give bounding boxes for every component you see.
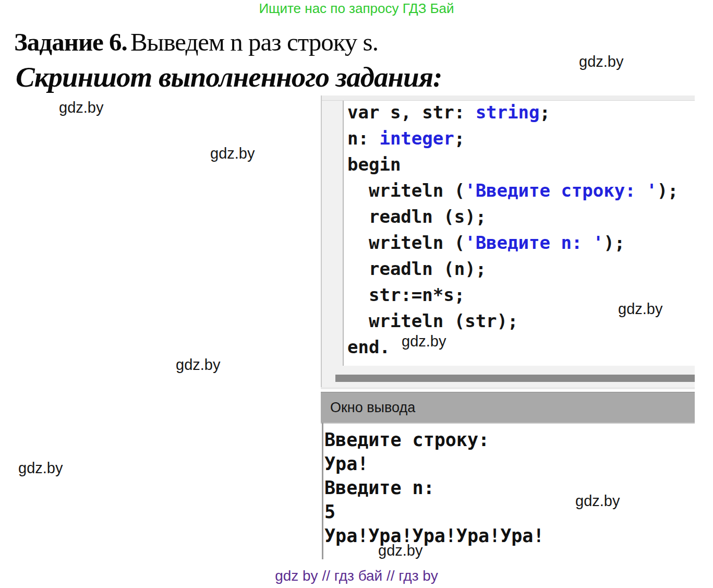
watermark-gdzby: gdz.by xyxy=(18,460,63,477)
code-text: var s, str: string;n: integer;begin writ… xyxy=(347,99,679,360)
task-number: Задание 6. xyxy=(14,28,127,56)
code-line: end. xyxy=(347,334,679,360)
code-editor-window: var s, str: string;n: integer;begin writ… xyxy=(321,95,695,389)
watermark-gdzby: gdz.by xyxy=(210,145,255,162)
code-line: n: integer; xyxy=(347,125,679,151)
code-line: begin xyxy=(347,151,679,177)
watermark-gdzby: gdz.by xyxy=(402,333,446,350)
output-console: Введите строку:Ура!Введите n:5Ура!Ура!Ур… xyxy=(321,423,713,561)
task-title-text: Выведем n раз строку s. xyxy=(130,28,378,56)
site-search-hint: Ищите нас по запросу ГДЗ Бай xyxy=(0,1,713,17)
watermark-gdzby: gdz.by xyxy=(176,356,220,374)
footer-links: gdz by // гдз бай // гдз by xyxy=(0,568,713,584)
watermark-gdzby: gdz.by xyxy=(575,493,620,510)
horizontal-scrollbar[interactable] xyxy=(322,366,695,387)
console-left-border xyxy=(322,423,323,559)
scrollbar-thumb[interactable] xyxy=(335,375,695,382)
watermark-gdzby: gdz.by xyxy=(579,53,623,70)
output-window-title: Окно вывода xyxy=(330,400,415,416)
watermark-gdzby: gdz.by xyxy=(59,99,103,116)
code-line: readln (n); xyxy=(347,256,679,282)
watermark-gdzby: gdz.by xyxy=(378,542,422,559)
code-line: var s, str: string; xyxy=(347,99,679,125)
editor-bottom-frame xyxy=(321,387,695,389)
console-line: Введите строку: xyxy=(324,428,544,452)
output-window-titlebar: Окно вывода xyxy=(321,392,695,423)
console-line: Ура!Ура!Ура!Ура!Ура! xyxy=(324,524,544,548)
code-line: readln (s); xyxy=(347,203,679,230)
console-line: Ура! xyxy=(324,452,544,476)
console-text: Введите строку:Ура!Введите n:5Ура!Ура!Ур… xyxy=(324,428,544,548)
task-title: Задание 6.Выведем n раз строку s. xyxy=(14,27,378,57)
console-line: Введите n: xyxy=(324,476,544,500)
console-top-border xyxy=(321,423,695,424)
editor-gutter xyxy=(322,101,344,366)
console-line: 5 xyxy=(324,500,544,524)
code-line: writeln ('Введите n: '); xyxy=(347,230,679,256)
watermark-gdzby: gdz.by xyxy=(618,301,662,318)
screenshot-caption: Скриншот выполненного задания: xyxy=(16,61,442,93)
code-line: writeln ('Введите строку: '); xyxy=(347,177,679,203)
